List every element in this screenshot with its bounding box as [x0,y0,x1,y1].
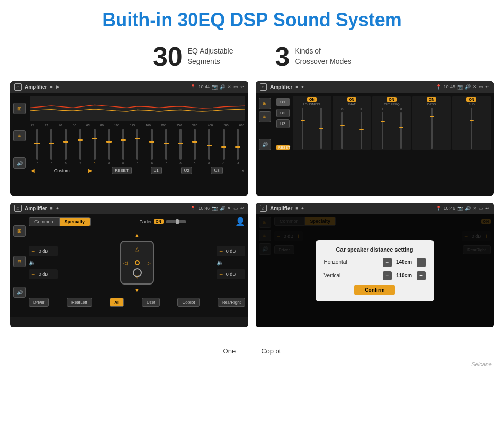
channel-loudness: ON LOUDNESS [293,96,331,150]
fader-thumb [176,219,179,224]
crossover-side-btn-2[interactable]: ≋ [259,111,271,122]
dialog-horizontal-row: Horizontal − 140cm + [324,258,426,267]
db-value-fl: 0 dB [37,248,50,254]
u2-button[interactable]: U2 [276,109,290,117]
fader-group: Fader ON [140,219,186,224]
crossover-side-btn-3[interactable]: 🔊 [259,139,271,150]
dot-icon-3: ● [56,206,59,211]
screen3-content: ⊞ ≋ 🔊 Common Specialty Fader ON [10,214,248,317]
eq-reset-btn[interactable]: RESET [112,167,132,174]
car-arrow-left: ◁ [123,260,128,265]
phat-on[interactable]: ON [347,97,357,102]
eq-main: 25 32 40 50 63 80 100 125 160 200 250 32… [30,96,245,175]
up-arrow: ▲ [134,232,140,239]
eq-graph [30,96,245,121]
cutfreq-on[interactable]: ON [387,97,397,102]
screen3-side-1[interactable]: ⊞ [13,225,26,237]
eq-u1-btn[interactable]: U1 [151,167,162,174]
vertical-plus[interactable]: + [417,271,426,280]
phat-label: PHAT [348,103,356,106]
db-plus-fl[interactable]: + [51,247,55,255]
home-icon-4[interactable] [260,205,267,212]
eq-slider-col: 0 [45,129,58,165]
crossover-reset-btn[interactable]: RESET [276,145,290,150]
play-icon: ▶ [56,84,60,90]
screen1-app-name: Amplifier [25,84,47,90]
eq-side-btn-3[interactable]: 🔊 [13,157,26,169]
screens-grid: Amplifier ■ ▶ 📍 10:44 📷 🔊 ✕ ▭ ↩ ⊞ ≋ 🔊 [0,81,504,338]
eq-prev-btn[interactable]: ◀ [31,168,35,173]
rearright-btn[interactable]: RearRight [218,298,245,307]
db-minus-fl[interactable]: − [31,247,35,255]
screen1-bar: Amplifier ■ ▶ 📍 10:44 📷 🔊 ✕ ▭ ↩ [10,81,248,93]
eq-left-controls: ⊞ ≋ 🔊 [13,96,28,175]
all-btn[interactable]: All [110,298,124,307]
crossover-label: Kinds of Crossover Modes [295,46,351,66]
db-plus-fr[interactable]: + [239,247,243,255]
db-minus-rr[interactable]: − [219,271,223,278]
u3-button[interactable]: U3 [276,119,290,128]
eq-slider-col: 0 [117,129,130,165]
home-icon-3[interactable] [14,205,22,212]
sub-sliders [453,108,490,149]
driver-btn[interactable]: Driver [29,298,49,307]
fader-slider[interactable] [166,220,186,223]
eq-u3-btn[interactable]: U3 [211,167,222,174]
dialog-vertical-row: Vertical − 110cm + [324,271,426,280]
horizontal-minus[interactable]: − [383,258,392,267]
loudness-on[interactable]: ON [307,97,317,102]
eq-slider-col: -1 [231,129,244,165]
screen4-bar-left: Amplifier ■ ● [260,205,304,212]
layout-icon: ▭ [233,84,238,90]
home-icon-2[interactable] [260,83,267,91]
crossover-side-btn-1[interactable]: ⊞ [259,98,271,109]
db-plus-rl[interactable]: + [51,271,55,278]
tab-specialty-3[interactable]: Specialty [59,217,91,226]
camera-icon-4: 📷 [457,206,463,211]
channel-phat: ON PHAT G F [333,96,371,150]
channel-cutfreq: ON CUT FREQ F G [372,96,411,150]
db-plus-rr[interactable]: + [239,271,243,278]
record-icon-3: ■ [50,206,52,211]
vertical-minus[interactable]: − [383,271,392,280]
u1-button[interactable]: U1 [276,98,290,106]
record-icon-2: ■ [295,84,298,90]
copilot-btn[interactable]: Copilot [177,298,200,307]
cutfreq-sliders: F G [373,108,410,149]
volume-icon-4: 🔊 [465,206,471,211]
eq-side-btn-1[interactable]: ⊞ [13,103,26,114]
home-icon[interactable] [14,83,22,91]
sub-on[interactable]: ON [466,97,476,102]
camera-icon-3: 📷 [212,206,218,211]
eq-next-btn[interactable]: ▶ [88,168,93,173]
label-copilot: Cop ot [261,347,281,355]
volume-icon-2: 🔊 [465,84,471,90]
eq-slider-col: 0 [131,129,144,165]
down-arrow: ▼ [134,287,140,294]
screen3-side-3[interactable]: 🔊 [13,287,26,298]
screen4-bar-right: 📍 10:46 📷 🔊 ✕ ▭ ↩ [436,206,490,211]
location-icon: 📍 [190,84,196,90]
loudness-label: LOUDNESS [303,103,320,106]
screen2-bar-right: 📍 10:45 📷 🔊 ✕ ▭ ↩ [436,84,490,90]
confirm-button[interactable]: Confirm [354,285,394,295]
db-control-fl: − 0 dB + [29,246,58,256]
horizontal-control: − 140cm + [383,258,426,267]
db-value-rr: 0 dB [224,272,238,277]
eq-preset-label: Custom [54,168,70,173]
db-minus-fr[interactable]: − [219,247,223,255]
tab-common-3[interactable]: Common [29,217,59,226]
fader-on-toggle[interactable]: ON [154,219,164,224]
eq-slider-col: 0 [31,129,44,165]
bass-on[interactable]: ON [427,97,437,102]
eq-side-btn-2[interactable]: ≋ [13,130,26,141]
car-center-dot [135,260,140,265]
car-wheel [133,268,142,277]
horizontal-plus[interactable]: + [417,258,426,267]
user-btn[interactable]: User [142,298,160,307]
rearleft-btn[interactable]: RearLeft [67,298,92,307]
db-minus-rl[interactable]: − [31,271,35,278]
speaker-icon-fl: 🔈 [29,259,58,266]
eq-u2-btn[interactable]: U2 [181,167,192,174]
screen3-side-2[interactable]: ≋ [13,256,26,267]
